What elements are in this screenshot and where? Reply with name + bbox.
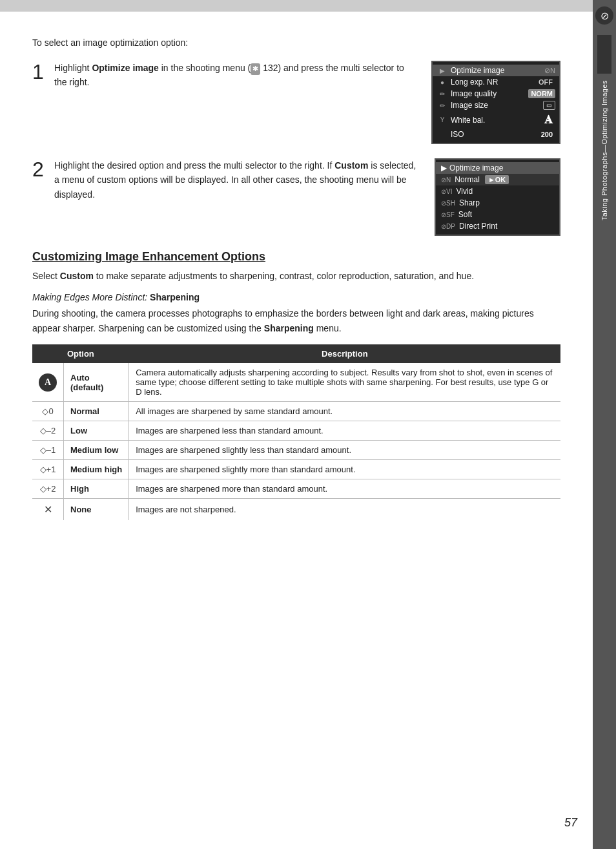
sidebar-text: Taking Photographs—Optimizing Images bbox=[601, 80, 608, 220]
row-low-desc: Images are sharpened less than standard … bbox=[129, 421, 560, 441]
table-row: ◇–1 Medium low Images are sharpened slig… bbox=[32, 441, 560, 460]
row-auto-icon-cell: A bbox=[32, 363, 64, 402]
camera-menu2-row-vivid: ⊘VI Vivid bbox=[436, 185, 559, 197]
table-row: A Auto (default) Camera automatically ad… bbox=[32, 363, 560, 402]
row-auto-name-cell: Auto (default) bbox=[64, 363, 129, 402]
menu2-row1-label: Vivid bbox=[456, 187, 473, 196]
col-option-header: Option bbox=[32, 344, 129, 363]
step2-bold: Custom bbox=[334, 160, 368, 171]
row-medhigh-icon-cell: ◇+1 bbox=[32, 460, 64, 479]
menu-row0-icon: ▶ bbox=[436, 67, 448, 74]
row-medhigh-name: Medium high bbox=[70, 465, 122, 474]
top-gray-bar bbox=[0, 0, 593, 12]
row-high-name: High bbox=[70, 484, 89, 494]
row-medlow-desc: Images are sharpened slightly less than … bbox=[129, 441, 560, 460]
row-normal-icon-cell: ◇0 bbox=[32, 402, 64, 421]
step2-content: Highlight the desired option and press t… bbox=[54, 158, 422, 202]
row-medhigh-name-cell: Medium high bbox=[64, 460, 129, 479]
menu-row1-value: OFF bbox=[536, 78, 555, 87]
row-medhigh-desc: Images are sharpened slightly more than … bbox=[129, 460, 560, 479]
row-low-icon-cell: ◇–2 bbox=[32, 421, 64, 441]
intro-text: To select an image optimization option: bbox=[32, 37, 560, 48]
row-normal-name: Normal bbox=[70, 406, 99, 416]
menu-row0-label: Optimize image bbox=[451, 66, 542, 75]
menu2-row0-label: Normal bbox=[455, 175, 480, 184]
section-custom-bold: Custom bbox=[60, 271, 94, 281]
camera-menu2: ▶ Optimize image ⊘N Normal ►OK ⊘VI Vivid… bbox=[435, 158, 560, 236]
row-auto-desc: Camera automatically adjusts sharpening … bbox=[129, 363, 560, 402]
menu2-ok-badge: ►OK bbox=[485, 175, 509, 184]
table-row: ◇0 Normal All images are sharpened by sa… bbox=[32, 402, 560, 421]
sidebar-rect bbox=[597, 35, 611, 74]
step1-text: Highlight Optimize image in the shooting… bbox=[54, 61, 418, 90]
table-row: ◇+2 High Images are sharpened more than … bbox=[32, 479, 560, 499]
menu2-row3-label: Soft bbox=[458, 210, 472, 219]
row-none-icon: ✕ bbox=[44, 503, 52, 516]
camera-menu1-row-2: ✏ Image quality NORM bbox=[433, 88, 559, 100]
section-heading: Customizing Image Enhancement Options bbox=[32, 250, 560, 264]
main-content: To select an image optimization option: … bbox=[0, 12, 593, 849]
col-description-header: Description bbox=[129, 344, 560, 363]
menu-row4-label: White bal. bbox=[451, 116, 539, 125]
row-high-icon: ◇+2 bbox=[40, 484, 56, 494]
subsection-heading-italic: Making Edges More Distinct: bbox=[32, 292, 147, 302]
menu2-row3-icon: ⊘SF bbox=[441, 211, 455, 218]
menu-row5-value: 200 bbox=[539, 130, 555, 139]
row-none-desc: Images are not sharpened. bbox=[129, 499, 560, 521]
camera-menu1: ▶ Optimize image ⊘N ● Long exp. NR OFF ✏… bbox=[431, 61, 560, 144]
row-normal-desc: All images are sharpened by same standar… bbox=[129, 402, 560, 421]
row-medhigh-icon: ◇+1 bbox=[40, 465, 56, 474]
row-low-name-cell: Low bbox=[64, 421, 129, 441]
menu-row2-value: NORM bbox=[528, 89, 555, 98]
camera-menu2-row-sharp: ⊘SH Sharp bbox=[436, 197, 559, 209]
menu2-row4-label: Direct Print bbox=[459, 222, 497, 231]
table-row: ◇–2 Low Images are sharpened less than s… bbox=[32, 421, 560, 441]
camera-menu1-row-4: Υ White bal. 𝐀 bbox=[433, 111, 559, 129]
row-medlow-name-cell: Medium low bbox=[64, 441, 129, 460]
menu2-title-label: Optimize image bbox=[449, 163, 503, 173]
step1-number: 1 bbox=[32, 61, 48, 83]
option-table: Option Description A Auto (default) Came… bbox=[32, 344, 560, 520]
menu-row2-label: Image quality bbox=[451, 89, 526, 98]
row-low-icon: ◇–2 bbox=[40, 426, 56, 435]
row-high-desc: Images are sharpened more than standard … bbox=[129, 479, 560, 499]
menu-row4-icon: Υ bbox=[436, 116, 448, 123]
menu-row1-label: Long exp. NR bbox=[451, 78, 533, 87]
camera-menu1-row-3: ✏ Image size ▭ bbox=[433, 100, 559, 111]
row-normal-icon: ◇0 bbox=[42, 406, 53, 416]
menu2-row1-icon: ⊘VI bbox=[441, 188, 452, 195]
menu-row5-label: ISO bbox=[451, 130, 536, 139]
camera-menu2-row-soft: ⊘SF Soft bbox=[436, 209, 559, 220]
row-none-name: None bbox=[70, 505, 92, 514]
camera-menu1-row-1: ● Long exp. NR OFF bbox=[433, 76, 559, 88]
subsection-sharpening-bold: Sharpening bbox=[264, 323, 314, 333]
menu-row3-value: ▭ bbox=[543, 101, 555, 110]
step2-text: Highlight the desired option and press t… bbox=[54, 158, 422, 202]
sidebar-tab: ⊘ Taking Photographs—Optimizing Images bbox=[593, 0, 616, 849]
camera-menu2-row-normal: ⊘N Normal ►OK bbox=[436, 174, 559, 185]
menu2-row0-icon: ⊘N bbox=[441, 176, 451, 183]
page-wrapper: ⊘ Taking Photographs—Optimizing Images T… bbox=[0, 0, 616, 849]
subsection-heading: Making Edges More Distinct: Sharpening bbox=[32, 292, 560, 302]
row-low-name: Low bbox=[70, 426, 87, 435]
step1-camera-icon: ✱ bbox=[251, 63, 260, 75]
menu-row2-icon: ✏ bbox=[436, 90, 448, 98]
sidebar-icon: ⊘ bbox=[595, 6, 613, 25]
row-none-name-cell: None bbox=[64, 499, 129, 521]
menu-row3-icon: ✏ bbox=[436, 102, 448, 109]
row-auto-name: Auto bbox=[70, 373, 90, 383]
page-number: 57 bbox=[564, 816, 577, 830]
row-normal-name-cell: Normal bbox=[64, 402, 129, 421]
step1-content: Highlight Optimize image in the shooting… bbox=[54, 61, 418, 90]
camera-menu1-row-0: ▶ Optimize image ⊘N bbox=[433, 65, 559, 76]
row-medlow-name: Medium low bbox=[70, 445, 118, 455]
subsection-body: During shooting, the camera processes ph… bbox=[32, 306, 560, 335]
section-subtext: Select Custom to make separate adjustmen… bbox=[32, 269, 560, 283]
row-high-icon-cell: ◇+2 bbox=[32, 479, 64, 499]
table-row: ✕ None Images are not sharpened. bbox=[32, 499, 560, 521]
table-header-row: Option Description bbox=[32, 344, 560, 363]
menu2-title-icon: ▶ bbox=[441, 163, 447, 173]
step1-section: 1 Highlight Optimize image in the shooti… bbox=[32, 61, 560, 144]
camera-menu2-row-direct: ⊘DP Direct Print bbox=[436, 220, 559, 232]
row-medlow-icon: ◇–1 bbox=[40, 445, 56, 455]
